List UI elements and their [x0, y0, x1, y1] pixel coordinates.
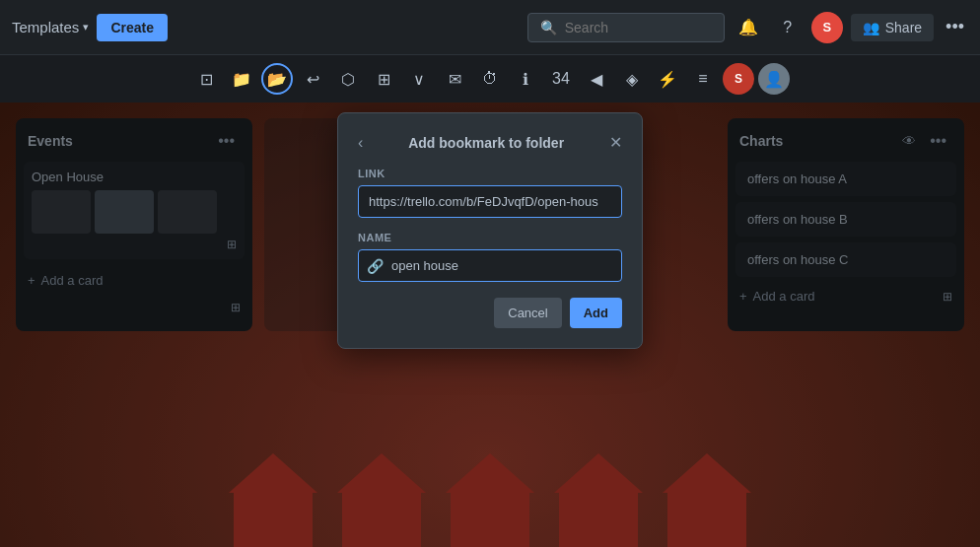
notification-icon[interactable]: 🔔: [733, 12, 764, 43]
toolbar-screenshot-icon[interactable]: ⊞: [368, 63, 399, 95]
chevron-down-icon: ▾: [83, 21, 89, 34]
link-label: Link: [358, 168, 622, 179]
templates-label: Templates: [12, 19, 79, 35]
share-label: Share: [885, 20, 922, 35]
create-button[interactable]: Create: [97, 14, 168, 41]
name-input[interactable]: [391, 250, 621, 281]
toolbar: ⊡ 📁 📂 ↩ ⬡ ⊞ ∨ ✉ ⏱ ℹ 34 ◀ ◈ ⚡ ≡ S 👤: [0, 55, 980, 103]
topnav: Templates ▾ Create 🔍 🔔 ? S 👥 Share •••: [0, 0, 980, 55]
name-input-wrapper: 🔗: [358, 249, 622, 282]
dialog-close-button[interactable]: ✕: [609, 133, 622, 152]
add-button[interactable]: Add: [570, 298, 622, 328]
board: Events ••• Open House ⊞ + Add a card ⊞: [0, 103, 980, 547]
more-icon[interactable]: •••: [942, 17, 968, 37]
toolbar-timer-icon[interactable]: ⏱: [474, 63, 506, 95]
toolbar-user-photo[interactable]: 👤: [758, 63, 790, 95]
toolbar-user-avatar[interactable]: S: [723, 63, 754, 95]
search-icon: 🔍: [540, 20, 557, 35]
toolbar-filter-icon[interactable]: ≡: [687, 63, 719, 95]
templates-menu[interactable]: Templates ▾: [12, 19, 89, 35]
search-input[interactable]: [565, 20, 712, 35]
toolbar-lightning-icon[interactable]: ⚡: [652, 63, 683, 95]
name-label: Name: [358, 232, 622, 243]
toolbar-dropdown-icon[interactable]: ∨: [403, 63, 435, 95]
share-icon: 👥: [863, 20, 879, 35]
toolbar-number-icon[interactable]: 34: [545, 63, 577, 95]
dialog-overlay: ‹ Add bookmark to folder ✕ Link Name 🔗 C…: [0, 103, 980, 547]
link-input[interactable]: [358, 185, 622, 218]
dialog-header: ‹ Add bookmark to folder ✕: [358, 133, 622, 152]
toolbar-ai-icon[interactable]: ◀: [581, 63, 612, 95]
toolbar-folder-icon[interactable]: 📁: [226, 63, 257, 95]
dialog-title: Add bookmark to folder: [363, 135, 609, 151]
cancel-button[interactable]: Cancel: [494, 298, 561, 328]
toolbar-info-icon[interactable]: ℹ: [510, 63, 541, 95]
toolbar-add-folder-icon[interactable]: 📂: [261, 63, 293, 95]
link-icon: 🔗: [359, 258, 391, 274]
share-button[interactable]: 👥 Share: [851, 14, 934, 41]
toolbar-github-icon[interactable]: ⬡: [332, 63, 364, 95]
toolbar-send-icon[interactable]: ◈: [616, 63, 648, 95]
dialog-actions: Cancel Add: [358, 298, 622, 328]
help-icon[interactable]: ?: [772, 12, 804, 43]
toolbar-email-icon[interactable]: ✉: [439, 63, 470, 95]
toolbar-share-icon[interactable]: ⊡: [190, 63, 222, 95]
avatar[interactable]: S: [811, 12, 843, 43]
nav-icons: 🔔 ? S 👥 Share •••: [733, 12, 968, 43]
add-bookmark-dialog: ‹ Add bookmark to folder ✕ Link Name 🔗 C…: [337, 112, 643, 349]
toolbar-undo-icon[interactable]: ↩: [297, 63, 328, 95]
search-bar[interactable]: 🔍: [527, 13, 725, 42]
